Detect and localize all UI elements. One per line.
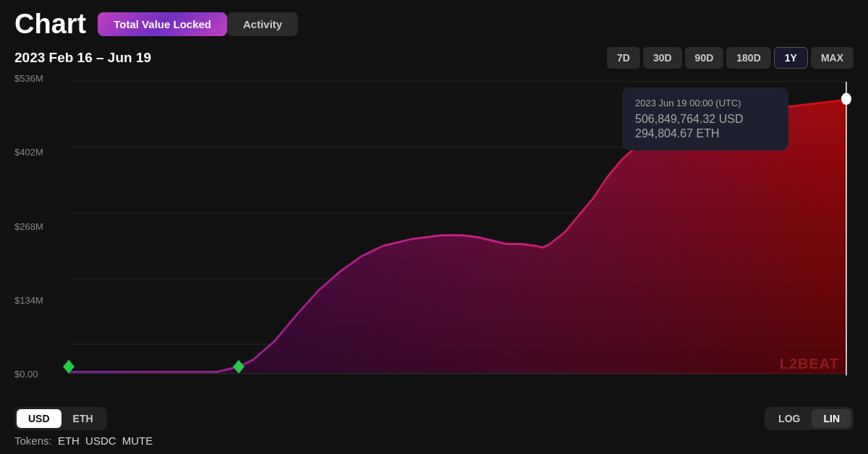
currency-buttons: USD ETH (14, 407, 107, 430)
range-buttons: 7D 30D 90D 180D 1Y MAX (607, 47, 854, 69)
range-90d[interactable]: 90D (685, 47, 724, 69)
tab-buttons: Total Value Locked Activity (98, 12, 298, 36)
range-30d[interactable]: 30D (643, 47, 682, 69)
tooltip-date: 2023 Jun 19 00:00 (UTC) (635, 98, 775, 108)
chart-container: $536M $402M $268M $134M $0.00 (14, 73, 854, 401)
tokens-row: Tokens: ETH USDC MUTE (14, 432, 854, 447)
token-eth: ETH (58, 434, 80, 447)
tab-tvl[interactable]: Total Value Locked (98, 12, 227, 36)
header-row: Chart Total Value Locked Activity (14, 0, 854, 47)
scale-log[interactable]: LOG (767, 409, 812, 428)
tooltip: 2023 Jun 19 00:00 (UTC) 506,849,764.32 U… (622, 87, 788, 150)
range-1y[interactable]: 1Y (774, 47, 808, 69)
currency-usd[interactable]: USD (17, 409, 61, 428)
scale-lin[interactable]: LIN (812, 409, 851, 428)
chart-title: Chart (14, 9, 86, 40)
date-range-label: 2023 Feb 16 – Jun 19 (14, 50, 151, 66)
tooltip-usd: 506,849,764.32 USD (635, 113, 775, 126)
bottom-row: USD ETH LOG LIN (14, 401, 854, 432)
tokens-label: Tokens: (14, 434, 52, 447)
range-max[interactable]: MAX (811, 47, 854, 69)
range-7d[interactable]: 7D (607, 47, 640, 69)
currency-eth[interactable]: ETH (61, 409, 105, 428)
tooltip-eth: 294,804.67 ETH (635, 127, 775, 140)
watermark: L2BEAT (780, 356, 839, 372)
scale-buttons: LOG LIN (765, 407, 854, 430)
token-usdc: USDC (85, 434, 116, 447)
range-180d[interactable]: 180D (726, 47, 770, 69)
controls-row: 2023 Feb 16 – Jun 19 7D 30D 90D 180D 1Y … (14, 47, 854, 69)
tab-activity[interactable]: Activity (227, 12, 298, 36)
token-mute: MUTE (122, 434, 153, 447)
cursor-dot (842, 94, 851, 104)
